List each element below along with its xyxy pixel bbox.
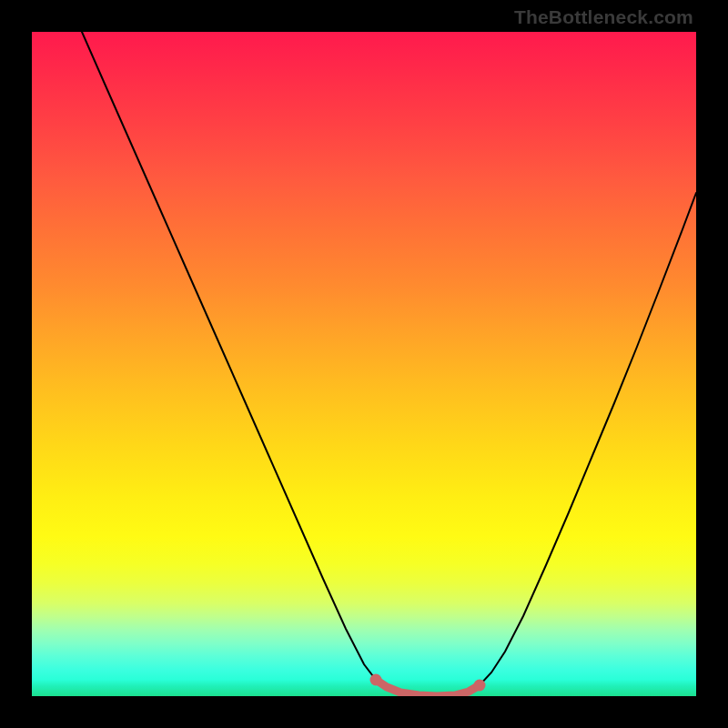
bottleneck-curve <box>82 32 696 696</box>
watermark-text: TheBottleneck.com <box>514 6 693 28</box>
highlight-dot-left <box>370 674 382 686</box>
highlight-dot-right <box>474 680 486 692</box>
flat-zone-highlight <box>376 680 480 696</box>
chart-frame: TheBottleneck.com <box>0 0 728 728</box>
chart-svg <box>32 32 696 696</box>
